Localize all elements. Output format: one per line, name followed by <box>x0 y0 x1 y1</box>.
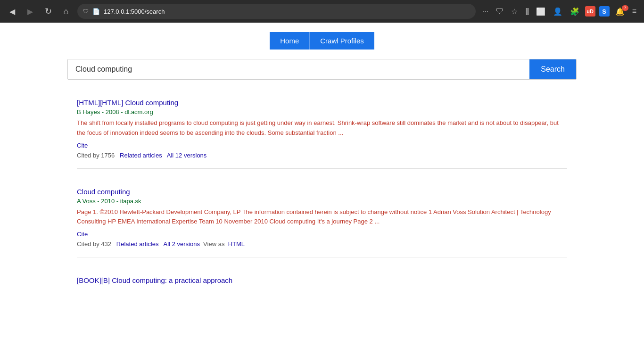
url-text: 127.0.0.1:5000/search <box>104 8 470 15</box>
notify-badge: 7 <box>622 5 628 11</box>
home-nav-button[interactable]: Home <box>270 32 309 50</box>
related-articles-link[interactable]: Related articles <box>120 152 162 159</box>
address-bar[interactable]: 🛡 📄 127.0.0.1:5000/search <box>77 4 476 19</box>
result-item: [HTML][HTML] Cloud computing B Hayes - 2… <box>77 89 567 169</box>
cited-by[interactable]: Cited by 1756 <box>77 152 115 159</box>
result-meta: A Voss - 2010 - itapa.sk <box>77 198 567 205</box>
forward-button[interactable]: ▶ <box>24 5 37 18</box>
all-versions-link[interactable]: All 2 versions <box>164 240 200 248</box>
cited-by[interactable]: Cited by 432 <box>77 240 111 248</box>
view-as-html-link[interactable]: HTML <box>228 240 245 248</box>
menu-icon[interactable]: ≡ <box>630 5 638 17</box>
pocket-icon[interactable]: 🛡 <box>494 5 505 17</box>
related-articles-link[interactable]: Related articles <box>116 240 159 248</box>
result-links: Cited by 432 Related articles All 2 vers… <box>77 240 567 248</box>
bookmark-icon[interactable]: ☆ <box>509 5 520 18</box>
extensions-icon[interactable]: 🧩 <box>568 5 581 18</box>
notify-icon[interactable]: 🔔 7 <box>613 7 627 16</box>
result-title[interactable]: [BOOK][B] Cloud computing: a practical a… <box>77 276 567 284</box>
result-cite[interactable]: Cite <box>77 231 567 238</box>
results-area: [HTML][HTML] Cloud computing B Hayes - 2… <box>67 89 577 296</box>
result-snippet: The shift from locally installed program… <box>77 118 567 138</box>
home-button[interactable]: ⌂ <box>59 5 73 18</box>
result-title[interactable]: Cloud computing <box>77 188 567 196</box>
shield-icon: 🛡 <box>83 8 89 15</box>
doc-icon: 📄 <box>92 8 100 15</box>
all-versions-link[interactable]: All 12 versions <box>167 152 207 159</box>
result-meta: B Hayes - 2008 - dl.acm.org <box>77 108 567 116</box>
result-item: Cloud computing A Voss - 2010 - itapa.sk… <box>77 178 567 258</box>
browser-toolbar: ··· 🛡 ☆ ||| ⬜ 👤 🧩 uD S 🔔 7 ≡ <box>480 5 638 18</box>
browser-chrome: ◀ ▶ ↻ ⌂ 🛡 📄 127.0.0.1:5000/search ··· 🛡 … <box>0 0 644 23</box>
search-input[interactable] <box>68 59 529 79</box>
crawl-profiles-nav-button[interactable]: Crawl Profiles <box>309 32 374 50</box>
tab-icon[interactable]: ⬜ <box>534 5 547 18</box>
result-links: Cited by 1756 Related articles All 12 ve… <box>77 152 567 159</box>
search-button[interactable]: Search <box>529 59 576 79</box>
profile-icon[interactable]: 👤 <box>551 5 564 18</box>
result-item: [BOOK][B] Cloud computing: a practical a… <box>77 267 567 296</box>
reload-button[interactable]: ↻ <box>41 5 55 18</box>
s-icon[interactable]: S <box>599 6 610 17</box>
result-cite[interactable]: Cite <box>77 142 567 149</box>
ublock-icon[interactable]: uD <box>585 6 595 17</box>
result-title[interactable]: [HTML][HTML] Cloud computing <box>77 99 567 107</box>
back-button[interactable]: ◀ <box>6 5 19 18</box>
more-button[interactable]: ··· <box>480 5 490 17</box>
search-bar-container: Search <box>67 59 577 80</box>
nav-bar: Home Crawl Profiles <box>0 23 644 59</box>
page-content: Home Crawl Profiles Search [HTML][HTML] … <box>0 23 644 347</box>
shelf-icon[interactable]: ||| <box>523 5 530 17</box>
result-snippet: Page 1. ©2010 Hewlett-Packard Developmen… <box>77 207 567 227</box>
